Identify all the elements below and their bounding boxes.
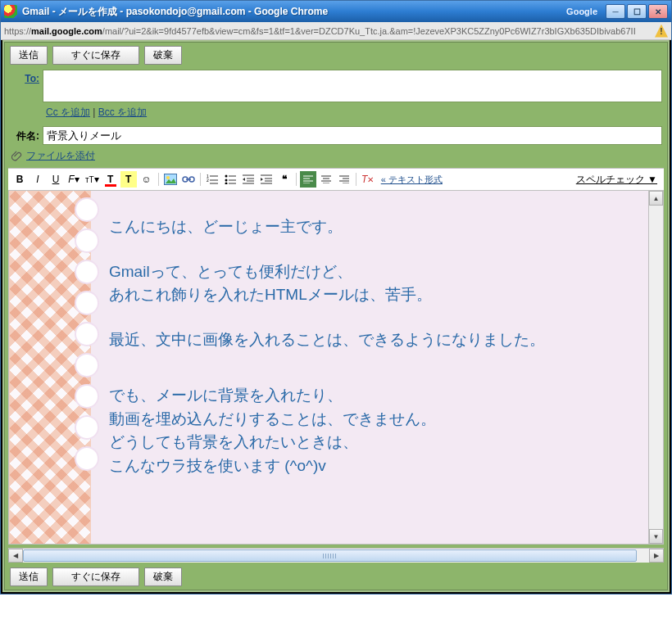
add-bcc-link[interactable]: Bcc を追加: [98, 106, 147, 118]
horizontal-scrollbar[interactable]: ◀ ▶: [8, 548, 664, 563]
remove-format-button[interactable]: T✕: [360, 171, 376, 188]
add-cc-link[interactable]: Cc を追加: [46, 106, 90, 118]
svg-point-1: [166, 176, 170, 179]
bold-button[interactable]: B: [11, 171, 28, 188]
compose-frame: 送信 すぐに保存 破棄 To: Cc を追加 | Bcc を追加 件名: ファイ…: [1, 40, 671, 594]
minimize-button[interactable]: ─: [606, 4, 625, 19]
discard-button-bottom[interactable]: 破棄: [144, 567, 182, 586]
scroll-right-icon[interactable]: ▶: [649, 549, 664, 563]
bottom-button-row: 送信 すぐに保存 破棄: [5, 564, 667, 590]
scroll-down-icon[interactable]: ▼: [649, 529, 663, 544]
indent-button[interactable]: [258, 171, 275, 188]
text-color-button[interactable]: T: [102, 171, 119, 188]
to-label[interactable]: To:: [25, 73, 39, 84]
underline-button[interactable]: U: [48, 171, 64, 188]
attach-file-link[interactable]: ファイルを添付: [26, 149, 95, 163]
subject-input[interactable]: [43, 126, 662, 145]
save-now-button[interactable]: すぐに保存: [52, 46, 139, 65]
editor-wrap: こんにちは、どーじょー主です。 Gmailって、とっても便利だけど、あれこれ飾り…: [8, 191, 664, 545]
outdent-button[interactable]: [240, 171, 257, 188]
browser-window: Gmail - メールを作成 - pasokondojo@gmail.com -…: [0, 0, 672, 595]
paperclip-icon: [11, 151, 23, 162]
close-button[interactable]: ✕: [648, 4, 668, 19]
titlebar-search[interactable]: Google: [566, 7, 597, 16]
svg-text:2: 2: [207, 178, 209, 183]
window-title: Gmail - メールを作成 - pasokondojo@gmail.com -…: [22, 5, 566, 19]
insert-link-button[interactable]: [180, 171, 197, 188]
subject-label: 件名:: [10, 126, 43, 143]
italic-button[interactable]: I: [30, 171, 46, 188]
lace-border: [75, 191, 107, 544]
message-body[interactable]: こんにちは、どーじょー主です。 Gmailって、とっても便利だけど、あれこれ飾り…: [9, 191, 648, 544]
send-button-bottom[interactable]: 送信: [10, 567, 48, 586]
subject-row: 件名:: [5, 124, 667, 147]
send-button[interactable]: 送信: [10, 46, 48, 65]
to-row: To:: [5, 68, 667, 104]
quote-button[interactable]: ❝: [276, 171, 293, 188]
plain-text-link[interactable]: « テキスト形式: [378, 174, 446, 186]
scroll-up-icon[interactable]: ▲: [649, 191, 663, 206]
highlight-button[interactable]: T: [120, 171, 137, 188]
vscroll-track[interactable]: [649, 206, 663, 529]
bullet-list-button[interactable]: [222, 171, 238, 188]
titlebar: Gmail - メールを作成 - pasokondojo@gmail.com -…: [1, 1, 671, 22]
hscroll-thumb[interactable]: [23, 549, 637, 562]
svg-point-10: [225, 175, 227, 178]
insert-image-button[interactable]: [162, 171, 179, 188]
url-text: https://mail.google.com/mail/?ui=2&ik=9f…: [4, 26, 655, 36]
emoji-button[interactable]: ☺: [138, 171, 155, 188]
font-family-button[interactable]: F▾: [66, 171, 82, 188]
hscroll-track[interactable]: [23, 549, 649, 563]
align-left-button[interactable]: [300, 171, 316, 188]
align-right-button[interactable]: [336, 171, 352, 188]
svg-point-12: [225, 183, 227, 185]
align-center-button[interactable]: [318, 171, 334, 188]
scroll-left-icon[interactable]: ◀: [8, 549, 23, 563]
font-size-button[interactable]: тT▾: [84, 171, 101, 188]
mail-text: こんにちは、どーじょー主です。 Gmailって、とっても便利だけど、あれこれ飾り…: [109, 191, 648, 507]
maximize-button[interactable]: ☐: [627, 4, 647, 19]
save-now-button-bottom[interactable]: すぐに保存: [52, 567, 139, 586]
svg-point-11: [225, 179, 227, 182]
to-input[interactable]: [43, 70, 662, 102]
attach-row: ファイルを添付: [5, 147, 667, 168]
format-toolbar: B I U F▾ тT▾ T T ☺ 12: [8, 168, 664, 191]
vertical-scrollbar[interactable]: ▲ ▼: [648, 191, 663, 544]
warning-icon: [655, 25, 668, 38]
cc-bcc-row: Cc を追加 | Bcc を追加: [5, 104, 667, 124]
spellcheck-button[interactable]: スペルチェック ▼: [576, 173, 661, 187]
url-bar[interactable]: https://mail.google.com/mail/?ui=2&ik=9f…: [1, 22, 671, 40]
top-button-row: 送信 すぐに保存 破棄: [5, 43, 667, 68]
discard-button[interactable]: 破棄: [144, 46, 182, 65]
numbered-list-button[interactable]: 12: [204, 171, 220, 188]
chrome-favicon: [4, 5, 17, 18]
